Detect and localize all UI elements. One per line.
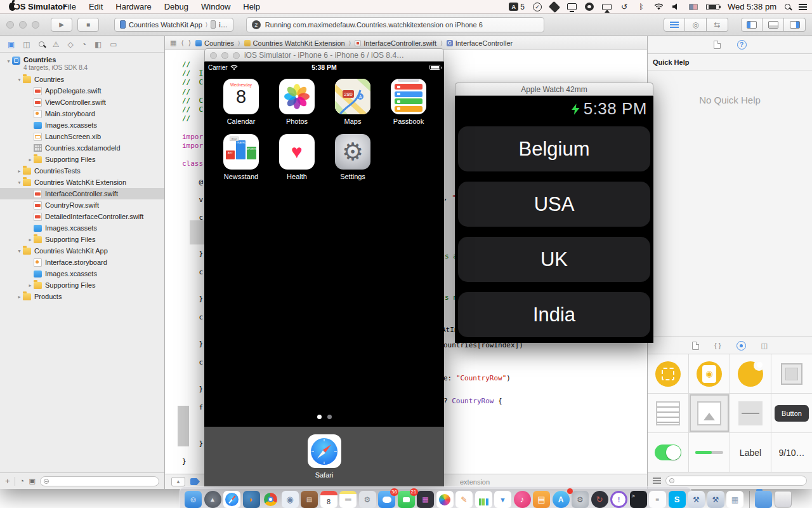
dock-icon-skype[interactable]: S [669, 491, 686, 508]
zoom-button[interactable] [233, 52, 240, 59]
tree-row-images-xcassets[interactable]: Images.xcassets [0, 222, 164, 234]
dock-icon-activity[interactable]: ↻ [591, 491, 608, 508]
dock-icon-textedit[interactable]: ≡ [649, 491, 666, 508]
dropbox-icon[interactable] [549, 1, 560, 12]
dock-icon-notes[interactable]: ≡≡ [339, 491, 357, 508]
app-menu[interactable]: iOS Simulator [21, 2, 56, 11]
project-root-row[interactable]: ▾ Countries 4 targets, iOS SDK 8.4 [0, 55, 164, 74]
dock-icon-safari[interactable] [223, 491, 240, 508]
navigator-toggle-button[interactable] [741, 18, 763, 32]
dock-icon-pages[interactable]: ✎ [455, 491, 473, 508]
dock-icon-facetime[interactable]: 21 [398, 491, 415, 508]
tree-row-countries[interactable]: ▾Countries [0, 74, 164, 85]
dock-icon-calendar[interactable]: 8 [320, 491, 337, 508]
tree-row-supporting-files[interactable]: ▸Supporting Files [0, 279, 164, 291]
interface-object-eye[interactable]: ◉ [689, 354, 730, 393]
tree-row-countries-watchkit-extension[interactable]: ▾Countries WatchKit Extension [0, 177, 164, 188]
tree-row-countries-watchkit-app[interactable]: ▾Countries WatchKit App [0, 245, 164, 257]
tree-row-main-storyboard[interactable]: Main.storyboard [0, 108, 164, 119]
wifi-icon[interactable] [654, 2, 664, 12]
utilities-toggle-button[interactable] [784, 18, 806, 32]
date-object[interactable]: 9/10… [771, 433, 812, 472]
scm-filter-icon[interactable]: ▣ [29, 477, 35, 485]
minimize-button[interactable] [221, 52, 228, 59]
quick-help-inspector-tab[interactable]: ? [737, 40, 747, 50]
tree-row-supporting-files[interactable]: ▸Supporting Files [0, 234, 164, 245]
app-icon-passbook[interactable]: Passbook [391, 79, 426, 125]
disclosure-triangle-icon[interactable]: ▸ [27, 237, 34, 243]
dock-icon-launchpad[interactable]: ▲ [204, 491, 221, 508]
watch-title-bar[interactable]: Apple Watch 42mm [455, 83, 653, 96]
slider-object[interactable] [689, 433, 730, 472]
photos-app-icon[interactable] [279, 79, 315, 114]
record-icon[interactable] [585, 3, 594, 11]
disclosure-triangle-icon[interactable]: ▸ [16, 294, 23, 300]
navigator-filter-field[interactable] [40, 476, 159, 486]
volume-icon[interactable] [672, 2, 681, 12]
close-button[interactable] [210, 52, 217, 59]
app-icon-photos[interactable]: Photos [279, 79, 315, 125]
dock-icon-itunes[interactable]: ♪ [514, 491, 531, 508]
app-icon-health[interactable]: ♥Health [279, 134, 315, 180]
image-object[interactable] [689, 394, 730, 432]
file-template-library-tab[interactable] [692, 342, 699, 350]
button-object[interactable]: Button [771, 394, 812, 432]
dock-icon-finder[interactable]: ☺ [185, 491, 202, 508]
app-icon-settings[interactable]: ⚙Settings [335, 134, 370, 180]
watch-row-usa[interactable]: USA [458, 182, 650, 227]
dock-icon-xcode[interactable]: ⚒ [688, 491, 705, 508]
watch-row-uk[interactable]: UK [458, 237, 650, 282]
menu-window[interactable]: Window [195, 2, 237, 11]
table-object[interactable] [648, 394, 688, 432]
add-button[interactable]: + [5, 476, 10, 486]
dock-icon-contacts[interactable]: ▤ [301, 491, 318, 508]
separator-object[interactable] [730, 394, 771, 432]
interface-object-crescent[interactable] [730, 354, 771, 393]
tree-row-countriestests[interactable]: ▸CountriesTests [0, 165, 164, 177]
calendar-app-icon[interactable]: Wednesday8 [223, 79, 259, 114]
dock-icon-chrome[interactable] [262, 491, 279, 508]
input-icon[interactable] [689, 4, 698, 10]
dock-icon-utility[interactable]: ⚙ [359, 491, 376, 508]
apple-menu-icon[interactable] [9, 3, 16, 11]
breadcrumb-item-countries-watchkit-extension[interactable]: Countries WatchKit Extension [244, 39, 345, 47]
issues-navigator-tab[interactable]: ⚠ [53, 40, 60, 49]
media-library-tab[interactable]: ◫ [761, 342, 768, 350]
app-icon-newsstand[interactable]: BraeARTTRAVELSPORTSNewsstand [223, 134, 259, 180]
breakpoint-toggle-icon[interactable] [190, 478, 200, 485]
disclosure-triangle-icon[interactable]: ▸ [16, 168, 23, 174]
sync-icon[interactable]: ✓ [533, 3, 542, 11]
menu-file[interactable]: File [56, 2, 82, 11]
object-library-tab[interactable] [737, 341, 746, 351]
menu-hardware[interactable]: Hardware [109, 2, 157, 11]
breadcrumb-item-interfacecontroller-swift[interactable]: InterfaceController.swift [355, 39, 436, 47]
menu-debug[interactable]: Debug [158, 2, 195, 11]
minimize-button[interactable] [19, 21, 27, 29]
dock-icon-photos[interactable] [436, 491, 454, 508]
close-button[interactable] [6, 21, 14, 29]
spotlight-icon[interactable] [785, 4, 790, 10]
airplay-icon[interactable] [602, 4, 612, 10]
dock-icon-simulator-app[interactable]: ⚒ [707, 491, 724, 508]
tree-row-images-xcassets[interactable]: Images.xcassets [0, 119, 164, 131]
dock-icon-messages[interactable]: 36 [378, 491, 395, 508]
menu-help[interactable]: Help [237, 2, 266, 11]
assistant-editor-button[interactable]: ◎ [685, 18, 707, 32]
maps-app-icon[interactable]: 280A [335, 79, 370, 114]
activity-viewer[interactable]: 2 Running com.maximedefauw.Countries.wat… [246, 17, 544, 32]
dock-icon-firefox[interactable]: ◗ [243, 491, 260, 508]
breadcrumb-item-interfacecontroller[interactable]: CInterfaceController [447, 39, 513, 47]
group-object[interactable] [771, 354, 812, 393]
settings-app-icon[interactable]: ⚙ [335, 134, 370, 170]
dock-icon-preview[interactable]: ◉ [282, 491, 299, 508]
app-icon-calendar[interactable]: Wednesday8Calendar [223, 79, 259, 125]
health-app-icon[interactable]: ♥ [279, 134, 315, 170]
scheme-selector[interactable]: Countries WatchKit App ⟩ i… [114, 18, 233, 32]
menu-bar-clock[interactable]: Wed 5:38 pm [728, 2, 776, 11]
run-button[interactable]: ▶ [51, 18, 72, 32]
disclosure-triangle-icon[interactable]: ▾ [16, 248, 23, 254]
window-controls[interactable] [6, 21, 39, 29]
dock-icon-mail-app[interactable]: ▦ [726, 491, 743, 508]
watch-row-belgium[interactable]: Belgium [458, 126, 650, 171]
standard-editor-button[interactable] [664, 18, 685, 32]
